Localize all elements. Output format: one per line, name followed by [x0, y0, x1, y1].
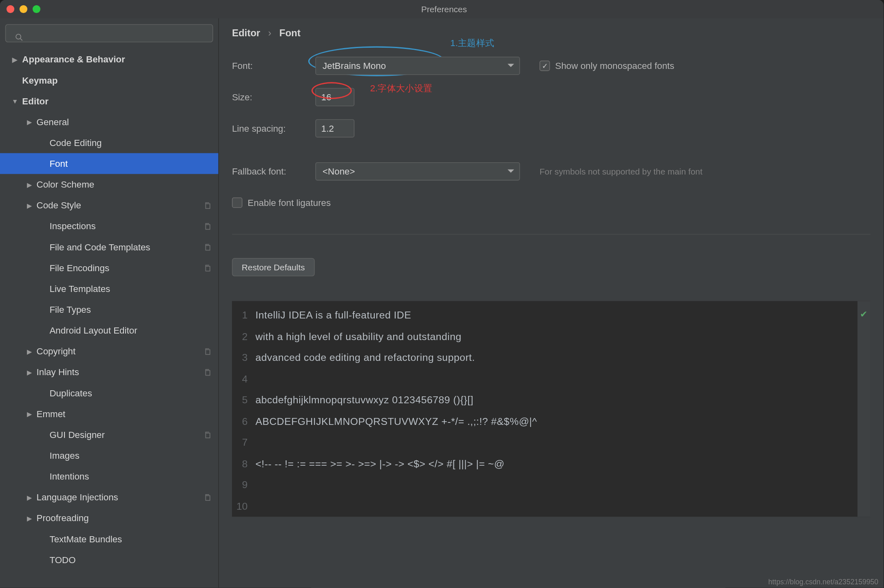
sidebar-item-file-types[interactable]: File Types — [0, 299, 218, 320]
sidebar-item-label: Editor — [22, 96, 212, 106]
chevron-right-icon: ▶ — [25, 118, 34, 126]
sidebar-item-label: Duplicates — [49, 388, 212, 398]
sidebar-item-label: Copyright — [36, 346, 203, 357]
titlebar: Preferences — [0, 0, 884, 18]
sidebar-item-textmate-bundles[interactable]: TextMate Bundles — [0, 528, 218, 549]
search-icon — [15, 33, 23, 41]
chevron-right-icon: ▶ — [11, 56, 20, 63]
chevron-down-icon — [508, 64, 514, 67]
sidebar-item-language-injections[interactable]: ▶Language Injections — [0, 487, 218, 508]
fallback-hint: For symbols not supported by the main fo… — [539, 166, 703, 176]
window-title: Preferences — [4, 4, 884, 14]
svg-rect-6 — [206, 349, 210, 354]
sidebar-item-todo[interactable]: TODO — [0, 549, 218, 570]
sidebar-item-editor[interactable]: ▼Editor — [0, 91, 218, 111]
sidebar-item-label: TextMate Bundles — [49, 534, 212, 544]
chevron-right-icon: ▶ — [25, 493, 34, 501]
sidebar-item-label: Live Templates — [49, 283, 212, 294]
sidebar-item-label: Intentions — [49, 471, 212, 482]
sidebar-item-appearance-behavior[interactable]: ▶Appearance & Behavior — [0, 49, 218, 70]
fallback-value: <None> — [323, 166, 355, 177]
fallback-select[interactable]: <None> — [315, 162, 520, 181]
sidebar-item-inspections[interactable]: Inspections — [0, 216, 218, 237]
settings-tree[interactable]: ▶Appearance & BehaviorKeymap▼Editor▶Gene… — [0, 49, 218, 588]
sidebar-item-label: GUI Designer — [49, 429, 203, 440]
svg-rect-4 — [206, 245, 210, 250]
font-preview: 12345678910 IntelliJ IDEA is a full-feat… — [232, 301, 871, 517]
sidebar-item-keymap[interactable]: Keymap — [0, 70, 218, 91]
sidebar-item-label: Language Injections — [36, 492, 203, 502]
sidebar-item-label: Font — [49, 158, 212, 169]
sidebar-item-general[interactable]: ▶General — [0, 111, 218, 132]
sidebar-item-proofreading[interactable]: ▶Proofreading — [0, 508, 218, 528]
svg-rect-8 — [206, 433, 210, 438]
svg-line-1 — [20, 39, 22, 41]
annotation-text-blue: 1.主题样式 — [450, 38, 494, 50]
preview-gutter: 12345678910 — [232, 301, 252, 517]
sidebar-item-label: File and Code Templates — [49, 242, 203, 252]
sidebar-item-label: Keymap — [22, 75, 212, 86]
sidebar-item-label: Inlay Hints — [36, 367, 203, 378]
sidebar: ▶Appearance & BehaviorKeymap▼Editor▶Gene… — [0, 18, 219, 588]
sidebar-item-intentions[interactable]: Intentions — [0, 466, 218, 487]
sidebar-item-gui-designer[interactable]: GUI Designer — [0, 424, 218, 445]
sidebar-item-font[interactable]: Font — [0, 153, 218, 174]
sidebar-item-code-style[interactable]: ▶Code Style — [0, 195, 218, 216]
svg-rect-7 — [206, 370, 210, 375]
sidebar-item-label: Proofreading — [36, 513, 212, 524]
svg-point-0 — [16, 34, 21, 39]
font-select[interactable]: JetBrains Mono — [315, 57, 520, 75]
sidebar-item-copyright[interactable]: ▶Copyright — [0, 341, 218, 362]
divider — [232, 234, 871, 235]
chevron-right-icon: ▶ — [25, 410, 34, 418]
sidebar-item-label: Emmet — [36, 409, 212, 419]
check-icon: ✔ — [860, 305, 868, 324]
sidebar-item-label: Android Layout Editor — [49, 325, 212, 336]
sidebar-item-live-templates[interactable]: Live Templates — [0, 278, 218, 299]
sidebar-item-label: Code Editing — [49, 137, 212, 148]
svg-rect-2 — [206, 203, 210, 208]
svg-rect-3 — [206, 224, 210, 229]
sidebar-item-code-editing[interactable]: Code Editing — [0, 132, 218, 153]
breadcrumb-parent[interactable]: Editor — [232, 27, 260, 38]
sidebar-item-inlay-hints[interactable]: ▶Inlay Hints — [0, 362, 218, 382]
font-label: Font: — [232, 61, 305, 71]
line-spacing-input[interactable] — [315, 119, 354, 137]
ligatures-checkbox[interactable]: Enable font ligatures — [232, 197, 871, 208]
checkbox-icon — [232, 197, 243, 208]
sidebar-item-android-layout-editor[interactable]: Android Layout Editor — [0, 320, 218, 341]
fallback-label: Fallback font: — [232, 166, 305, 177]
sidebar-item-color-scheme[interactable]: ▶Color Scheme — [0, 174, 218, 195]
sidebar-item-label: File Types — [49, 304, 212, 315]
size-label: Size: — [232, 92, 305, 102]
checkbox-icon — [539, 61, 550, 71]
size-input[interactable] — [315, 88, 354, 106]
chevron-down-icon: ▼ — [11, 97, 20, 105]
sidebar-item-label: General — [36, 117, 212, 127]
restore-defaults-button[interactable]: Restore Defaults — [232, 258, 315, 276]
font-form: 1.主题样式 2.字体大小设置 Font: JetBrains Mono Sho… — [232, 57, 871, 517]
chevron-right-icon: ▶ — [25, 515, 34, 522]
monospace-checkbox[interactable]: Show only monospaced fonts — [539, 61, 674, 71]
preferences-window: Preferences ▶Appearance & BehaviorKeymap… — [0, 0, 884, 588]
sidebar-item-label: Inspections — [49, 221, 203, 232]
chevron-right-icon: ▶ — [25, 181, 34, 188]
sidebar-item-label: Images — [49, 450, 212, 461]
sidebar-item-emmet[interactable]: ▶Emmet — [0, 403, 218, 424]
sidebar-item-label: Appearance & Behavior — [22, 54, 212, 65]
svg-rect-9 — [206, 495, 210, 500]
breadcrumb: Editor › Font — [232, 27, 871, 38]
chevron-right-icon: › — [268, 27, 272, 38]
svg-rect-5 — [206, 266, 210, 271]
chevron-right-icon: ▶ — [25, 348, 34, 355]
chevron-right-icon: ▶ — [25, 369, 34, 376]
sidebar-item-duplicates[interactable]: Duplicates — [0, 382, 218, 403]
ligatures-label: Enable font ligatures — [248, 197, 331, 208]
search-input[interactable] — [5, 24, 213, 42]
sidebar-item-file-encodings[interactable]: File Encodings — [0, 257, 218, 278]
sidebar-item-images[interactable]: Images — [0, 445, 218, 466]
sidebar-item-file-and-code-templates[interactable]: File and Code Templates — [0, 237, 218, 257]
watermark: https://blog.csdn.net/a2352159950 — [768, 578, 878, 586]
sidebar-item-label: File Encodings — [49, 263, 203, 273]
font-select-value: JetBrains Mono — [323, 61, 386, 71]
